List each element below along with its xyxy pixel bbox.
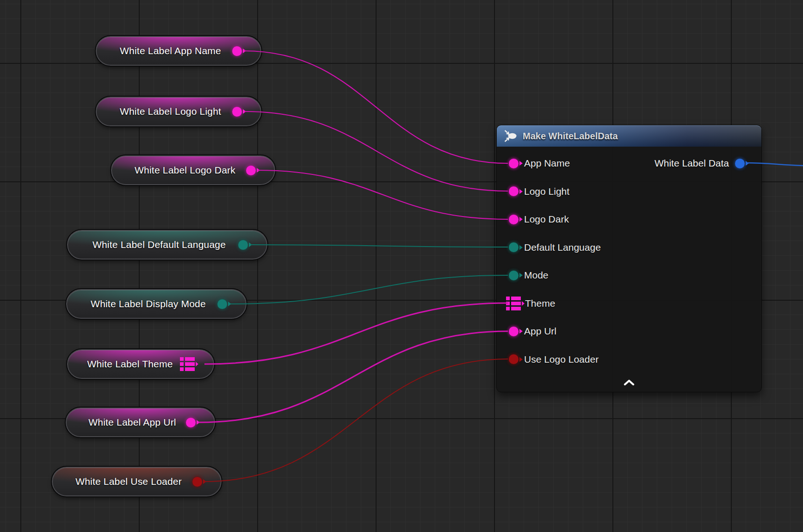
var-node-label: White Label Default Language xyxy=(68,239,238,250)
node-title: Make WhiteLabelData xyxy=(523,131,618,142)
var-node-label: White Label Theme xyxy=(68,359,180,370)
pin-row-logo-light: Logo Light xyxy=(497,178,761,206)
chevron-up-icon[interactable] xyxy=(623,379,635,385)
pin-label: Mode xyxy=(524,270,549,281)
wire-default-language[interactable] xyxy=(251,245,508,247)
node-header[interactable]: Make WhiteLabelData xyxy=(497,125,761,147)
pin-row-app-url: App Url xyxy=(497,317,761,346)
string-output-pin[interactable] xyxy=(246,166,256,175)
bool-output-pin[interactable] xyxy=(192,477,202,487)
wire-app-name[interactable] xyxy=(244,51,508,163)
var-node-white-label-app-url[interactable]: White Label App Url xyxy=(66,408,215,437)
wire-display-mode[interactable] xyxy=(231,275,508,304)
struct-pin-icon xyxy=(506,296,521,311)
string-output-pin[interactable] xyxy=(232,46,242,56)
struct-pin-icon xyxy=(180,357,195,371)
struct-output-pin[interactable] xyxy=(180,357,195,371)
var-node-label: White Label Use Loader xyxy=(53,476,192,487)
pin-row-logo-dark: Logo Dark xyxy=(497,205,761,234)
var-node-white-label-default-language[interactable]: White Label Default Language xyxy=(67,230,267,260)
input-pin-theme[interactable] xyxy=(506,296,521,311)
node-footer xyxy=(497,372,761,392)
input-pin-use-logo-loader[interactable] xyxy=(509,354,519,364)
var-node-label: White Label App Name xyxy=(97,45,232,56)
input-pin-app-url[interactable] xyxy=(509,327,519,336)
var-node-label: White Label Logo Light xyxy=(97,106,232,117)
make-struct-icon xyxy=(504,130,517,142)
enum-output-pin[interactable] xyxy=(217,299,227,309)
pin-row-default-language: Default Language xyxy=(497,234,761,262)
pin-row-theme: Theme xyxy=(497,290,761,318)
var-node-label: White Label Logo Dark xyxy=(112,165,246,176)
pin-label: Logo Light xyxy=(524,186,569,197)
var-node-label: White Label App Url xyxy=(67,417,186,428)
wire-app-url[interactable] xyxy=(198,331,508,422)
wire-logo-light[interactable] xyxy=(245,111,508,191)
blueprint-graph-canvas[interactable]: White Label App Name White Label Logo Li… xyxy=(0,0,803,532)
pin-label: App Url xyxy=(524,326,556,337)
var-node-white-label-use-loader[interactable]: White Label Use Loader xyxy=(52,467,222,496)
pin-row-app-name: App Name White Label Data xyxy=(497,149,761,178)
input-pin-default-language[interactable] xyxy=(509,242,519,252)
var-node-white-label-logo-light[interactable]: White Label Logo Light xyxy=(96,97,261,126)
node-pin-rows: App Name White Label Data Logo Light Log… xyxy=(497,147,761,373)
make-whitelabeldata-node[interactable]: Make WhiteLabelData App Name White Label… xyxy=(496,125,762,392)
output-pin-label: White Label Data xyxy=(655,158,729,169)
pin-row-mode: Mode xyxy=(497,261,761,290)
enum-output-pin[interactable] xyxy=(238,240,248,250)
pin-label: App Name xyxy=(524,158,570,169)
wire-use-loader[interactable] xyxy=(204,359,508,482)
var-node-white-label-logo-dark[interactable]: White Label Logo Dark xyxy=(111,155,275,185)
var-node-white-label-theme[interactable]: White Label Theme xyxy=(67,349,214,379)
pin-label: Theme xyxy=(525,298,555,309)
input-pin-logo-dark[interactable] xyxy=(509,215,519,224)
pin-label: Use Logo Loader xyxy=(524,354,599,365)
pin-row-use-logo-loader: Use Logo Loader xyxy=(497,346,761,374)
output-pin-row: White Label Data xyxy=(655,149,745,178)
pin-label: Logo Dark xyxy=(524,214,569,225)
wire-theme[interactable] xyxy=(204,303,508,364)
output-pin-white-label-data[interactable] xyxy=(735,159,745,168)
var-node-white-label-display-mode[interactable]: White Label Display Mode xyxy=(66,289,247,319)
var-node-white-label-app-name[interactable]: White Label App Name xyxy=(96,36,261,66)
input-pin-mode[interactable] xyxy=(509,271,519,280)
string-output-pin[interactable] xyxy=(232,107,242,117)
input-pin-logo-light[interactable] xyxy=(509,186,519,196)
var-node-label: White Label Display Mode xyxy=(67,298,217,309)
wire-logo-dark[interactable] xyxy=(258,170,508,219)
string-output-pin[interactable] xyxy=(186,418,196,427)
input-pin-app-name[interactable] xyxy=(509,159,519,168)
pin-label: Default Language xyxy=(524,242,601,253)
